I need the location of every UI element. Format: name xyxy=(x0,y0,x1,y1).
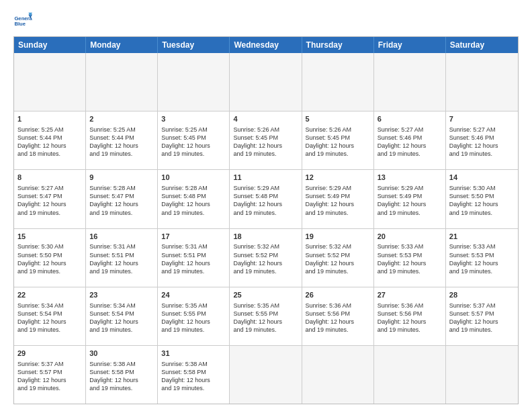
day-info-line: Sunset: 5:58 PM xyxy=(161,368,226,376)
logo-icon: General Blue xyxy=(13,11,32,30)
calendar-week: 15Sunrise: 5:30 AMSunset: 5:50 PMDayligh… xyxy=(14,229,518,287)
day-info-line: Daylight: 12 hours xyxy=(378,259,442,267)
day-info-line: Sunrise: 5:33 AM xyxy=(449,242,515,250)
empty-day-cell xyxy=(302,53,374,111)
empty-day-cell xyxy=(86,53,158,111)
weekday-header: Wednesday xyxy=(230,37,302,53)
empty-day-cell xyxy=(14,53,86,111)
empty-day-cell xyxy=(446,346,518,404)
day-cell: 28Sunrise: 5:37 AMSunset: 5:57 PMDayligh… xyxy=(446,287,518,345)
day-info-line: and 19 minutes. xyxy=(233,209,298,217)
weekday-header: Saturday xyxy=(446,37,518,53)
day-info-line: Sunset: 5:54 PM xyxy=(89,310,154,318)
day-number: 3 xyxy=(161,114,226,124)
day-cell: 31Sunrise: 5:38 AMSunset: 5:58 PMDayligh… xyxy=(158,346,230,404)
day-info-line: Daylight: 12 hours xyxy=(233,259,298,267)
day-number: 25 xyxy=(233,290,298,300)
day-number: 9 xyxy=(89,173,154,183)
day-cell: 25Sunrise: 5:35 AMSunset: 5:55 PMDayligh… xyxy=(230,287,302,345)
day-info-line: and 19 minutes. xyxy=(378,326,442,334)
day-info-line: Sunrise: 5:35 AM xyxy=(161,302,226,310)
day-info-line: Daylight: 12 hours xyxy=(89,318,154,326)
day-info-line: and 19 minutes. xyxy=(17,209,82,217)
day-cell: 13Sunrise: 5:29 AMSunset: 5:49 PMDayligh… xyxy=(374,170,446,228)
day-number: 15 xyxy=(17,232,82,242)
day-cell: 24Sunrise: 5:35 AMSunset: 5:55 PMDayligh… xyxy=(158,287,230,345)
day-cell: 20Sunrise: 5:33 AMSunset: 5:53 PMDayligh… xyxy=(374,229,446,287)
day-number: 18 xyxy=(233,232,298,242)
day-number: 16 xyxy=(89,232,154,242)
day-info-line: and 19 minutes. xyxy=(449,267,515,275)
day-info-line: Sunrise: 5:29 AM xyxy=(378,184,442,192)
day-cell: 23Sunrise: 5:34 AMSunset: 5:54 PMDayligh… xyxy=(86,287,158,345)
day-info-line: Sunrise: 5:31 AM xyxy=(89,242,154,250)
calendar-week: 8Sunrise: 5:27 AMSunset: 5:47 PMDaylight… xyxy=(14,170,518,228)
day-info-line: Daylight: 12 hours xyxy=(17,318,82,326)
day-info-line: and 19 minutes. xyxy=(89,209,154,217)
day-info-line: and 19 minutes. xyxy=(306,150,370,158)
header: General Blue xyxy=(13,11,519,30)
day-info-line: Sunrise: 5:25 AM xyxy=(89,126,154,134)
day-info-line: Sunrise: 5:35 AM xyxy=(233,302,298,310)
day-info-line: Daylight: 12 hours xyxy=(378,318,442,326)
day-info-line: Sunrise: 5:38 AM xyxy=(89,360,154,368)
day-info-line: Sunrise: 5:29 AM xyxy=(233,184,298,192)
day-info-line: Sunset: 5:48 PM xyxy=(161,192,226,200)
empty-day-cell xyxy=(302,346,374,404)
day-info-line: Sunset: 5:45 PM xyxy=(306,134,370,142)
empty-day-cell xyxy=(230,53,302,111)
day-info-line: Daylight: 12 hours xyxy=(449,200,515,208)
empty-day-cell xyxy=(158,53,230,111)
day-number: 22 xyxy=(17,290,82,300)
day-number: 21 xyxy=(449,232,515,242)
day-info-line: Daylight: 12 hours xyxy=(17,259,82,267)
calendar-header: SundayMondayTuesdayWednesdayThursdayFrid… xyxy=(14,37,518,53)
day-info-line: Daylight: 12 hours xyxy=(233,200,298,208)
day-info-line: Sunset: 5:56 PM xyxy=(306,310,370,318)
weekday-header: Monday xyxy=(86,37,158,53)
day-info-line: Sunset: 5:49 PM xyxy=(378,192,442,200)
day-info-line: Daylight: 12 hours xyxy=(161,376,226,384)
day-info-line: Daylight: 12 hours xyxy=(306,259,370,267)
day-number: 10 xyxy=(161,173,226,183)
day-number: 4 xyxy=(233,114,298,124)
day-cell: 30Sunrise: 5:38 AMSunset: 5:58 PMDayligh… xyxy=(86,346,158,404)
day-info-line: and 19 minutes. xyxy=(449,209,515,217)
day-info-line: Sunrise: 5:38 AM xyxy=(161,360,226,368)
day-info-line: and 19 minutes. xyxy=(161,209,226,217)
day-info-line: Sunset: 5:51 PM xyxy=(89,251,154,259)
day-number: 7 xyxy=(449,114,515,124)
day-cell: 5Sunrise: 5:26 AMSunset: 5:45 PMDaylight… xyxy=(302,111,374,169)
day-info-line: and 19 minutes. xyxy=(233,150,298,158)
weekday-header: Tuesday xyxy=(158,37,230,53)
day-info-line: and 19 minutes. xyxy=(233,267,298,275)
day-cell: 18Sunrise: 5:32 AMSunset: 5:52 PMDayligh… xyxy=(230,229,302,287)
day-info-line: Sunset: 5:49 PM xyxy=(306,192,370,200)
day-info-line: Sunrise: 5:32 AM xyxy=(233,242,298,250)
day-info-line: and 19 minutes. xyxy=(89,150,154,158)
day-info-line: Sunset: 5:51 PM xyxy=(161,251,226,259)
day-info-line: Sunset: 5:57 PM xyxy=(17,368,82,376)
day-info-line: and 19 minutes. xyxy=(378,267,442,275)
day-info-line: Sunrise: 5:31 AM xyxy=(161,242,226,250)
day-info-line: Daylight: 12 hours xyxy=(17,376,82,384)
day-info-line: Daylight: 12 hours xyxy=(449,142,515,150)
day-number: 17 xyxy=(161,232,226,242)
day-cell: 4Sunrise: 5:26 AMSunset: 5:45 PMDaylight… xyxy=(230,111,302,169)
day-info-line: Sunset: 5:55 PM xyxy=(161,310,226,318)
day-info-line: Daylight: 12 hours xyxy=(306,142,370,150)
day-cell: 21Sunrise: 5:33 AMSunset: 5:53 PMDayligh… xyxy=(446,229,518,287)
day-info-line: Sunset: 5:47 PM xyxy=(89,192,154,200)
day-cell: 8Sunrise: 5:27 AMSunset: 5:47 PMDaylight… xyxy=(14,170,86,228)
day-info-line: and 19 minutes. xyxy=(89,267,154,275)
day-cell: 3Sunrise: 5:25 AMSunset: 5:45 PMDaylight… xyxy=(158,111,230,169)
day-info-line: and 19 minutes. xyxy=(17,267,82,275)
day-info-line: Sunrise: 5:29 AM xyxy=(306,184,370,192)
day-info-line: Sunset: 5:44 PM xyxy=(89,134,154,142)
day-cell: 27Sunrise: 5:36 AMSunset: 5:56 PMDayligh… xyxy=(374,287,446,345)
day-info-line: Daylight: 12 hours xyxy=(378,200,442,208)
day-info-line: Daylight: 12 hours xyxy=(449,318,515,326)
day-cell: 11Sunrise: 5:29 AMSunset: 5:48 PMDayligh… xyxy=(230,170,302,228)
day-info-line: Sunrise: 5:28 AM xyxy=(89,184,154,192)
day-info-line: Daylight: 12 hours xyxy=(89,376,154,384)
